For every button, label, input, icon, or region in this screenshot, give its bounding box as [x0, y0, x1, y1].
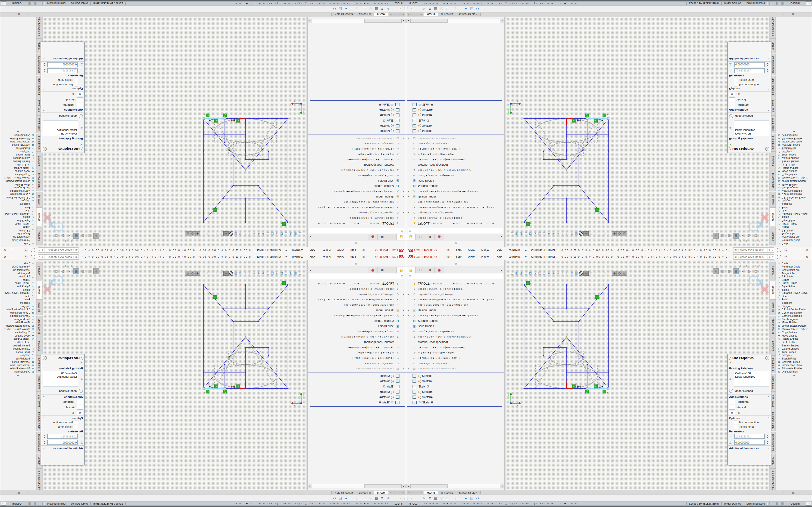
- tool-partial-ellipse[interactable]: ◠Partial Ellipse: [776, 282, 812, 285]
- freeze-bar[interactable]: [308, 134, 406, 135]
- tab-3d-views[interactable]: 3D Views: [356, 491, 374, 495]
- tree-row-origin[interactable]: ∟○ИИƆƆʅ◎○ ⊙ ○◎ʅƆƆИИ○: [308, 361, 406, 366]
- filter-icon[interactable]: ▽: [368, 495, 373, 501]
- tool-trim-entities[interactable]: ✂Trim Entities: [776, 153, 812, 157]
- tool-extend-entities[interactable]: ⊢Extend Entities: [0, 157, 36, 160]
- tool-convert-entities[interactable]: ⊠Convert Entities: [0, 144, 36, 147]
- tool-trim-entities[interactable]: ✂Trim Entities: [0, 350, 36, 354]
- tree-row[interactable]: ∞○Ƨ5•Ո✱ʅАʍ○ ⊙ ○ʍАʅ✱Ո•Ƨ5○: [308, 173, 406, 178]
- relations-listbox[interactable]: Collinear108 Equal length109: [43, 371, 78, 387]
- expand-chevron-icon[interactable]: ⌄: [767, 447, 769, 450]
- tree-row[interactable]: Σ○Ƨ5ИИ◎⊙✚АՈªЗЄ○ ⊙ ○ЗЄªՈА✚⊙◎ИИƧ5○: [406, 334, 504, 339]
- world-clock-icon[interactable]: ◕: [343, 6, 349, 12]
- section-parameters[interactable]: Parameters ⌃: [728, 74, 771, 78]
- search-dropdown-icon[interactable]: ▾: [771, 249, 774, 251]
- selected-endpoint[interactable]: [607, 118, 609, 119]
- corner-ruler-icon[interactable]: ∟: [362, 6, 368, 12]
- box-face-icon[interactable]: ◫: [524, 232, 528, 236]
- tree-row[interactable]: Σ○Ƨ5ИИ◎⊙✚АՈªЗЄ○ ⊙ ○ЗЄªՈА✚⊙◎ИИƧ5○: [406, 168, 504, 173]
- view-settings-icon[interactable]: ◉: [713, 269, 719, 274]
- child-close-icon[interactable]: ✕: [51, 264, 54, 268]
- child-restore-icon[interactable]: ▢: [56, 264, 59, 268]
- view-settings-icon[interactable]: ◉: [93, 269, 99, 274]
- tool-scale-entities[interactable]: ◹Scale Entities: [776, 340, 812, 344]
- flyout-collapse-icon[interactable]: ≫: [0, 374, 36, 377]
- disabled-tool-icon[interactable]: ⊕: [219, 232, 223, 236]
- tree-row-design-binder[interactable]: ▸▤Design Binder: [406, 194, 504, 200]
- angle-spinner[interactable]: ▴▾: [43, 440, 46, 445]
- tree-row-sketch4[interactable]: (-) Sketch4: [308, 107, 406, 113]
- ok-check-icon[interactable]: ✔: [728, 360, 771, 366]
- menu-file[interactable]: File: [359, 255, 370, 259]
- child-restore-icon[interactable]: ▢: [753, 264, 756, 268]
- tree-filter-input[interactable]: ▽: [309, 228, 404, 233]
- view-orientation-cube-icon[interactable]: ◻: [54, 269, 59, 274]
- section-parameters[interactable]: Parameters ⌃: [41, 429, 84, 433]
- tree-row-material[interactable]: ≡Material <not specified>: [308, 162, 406, 168]
- new-doc-icon[interactable]: ▢: [298, 271, 302, 275]
- tree-row-plane[interactable]: ▱○✚ϜƆƆʅ○ ✱◉[○ ⊙ ○]◉✱ ○ʅƆƆϜ✚○: [406, 355, 504, 361]
- eye-tool-icon[interactable]: ◉: [195, 231, 200, 236]
- menu-window[interactable]: Window: [289, 248, 306, 252]
- solid-cube-icon[interactable]: ◆: [261, 271, 265, 275]
- tool-convert-entities[interactable]: ⊠Convert Entities: [776, 144, 812, 147]
- tree-row-part[interactable]: ◆TЯPDL2.⊙ ЗЄ ⊙ Ш ⊙ ⊙ ⊙ ✚ ⊙ ƆС ⊙ ЗЄ ⊙ • ⊙…: [308, 281, 406, 286]
- selected-endpoint[interactable]: [203, 388, 205, 389]
- relation-item[interactable]: Equal length109: [44, 129, 77, 132]
- grid-visibility-icon[interactable]: ▦: [720, 233, 725, 238]
- tree-row-material[interactable]: ≡Material <not specified>: [406, 162, 504, 168]
- menu-view[interactable]: View: [334, 255, 347, 259]
- tree-row[interactable]: ◔○Ƨ5ʅ◎Ƨ5ИИЗЄƧ5○ ⊙ ○Ƨ5ЗЄИИƧ5◎ʅƧ5○: [406, 302, 504, 307]
- freeze-bar[interactable]: [406, 372, 504, 373]
- add-relation-fix[interactable]: ⚓ Fix: [41, 410, 84, 415]
- section-parameters[interactable]: Parameters ⌃: [41, 74, 84, 78]
- new-doc-icon[interactable]: ▢: [510, 232, 514, 236]
- tree-row-sketch2[interactable]: (-) Sketch2: [308, 123, 406, 128]
- tree-row-sketch4[interactable]: (-) Sketch4: [406, 107, 504, 113]
- tree-row-sketch5[interactable]: (-) Sketch5: [406, 389, 504, 394]
- checkbox[interactable]: [75, 420, 78, 424]
- scroll-left-icon[interactable]: ◂: [401, 484, 406, 489]
- rollback-bar[interactable]: [407, 100, 502, 101]
- save-icon[interactable]: ▨: [574, 271, 578, 275]
- tool-center-rectangle[interactable]: ▣Center Rectangle: [776, 311, 812, 314]
- eye-tool-icon[interactable]: ◻: [185, 271, 190, 276]
- tool-linear-sketch-pattern[interactable]: ⊞Linear Sketch Pattern: [0, 180, 36, 183]
- units-custom-dropdown[interactable]: Custom ▴: [787, 502, 806, 505]
- tree-row-annotations[interactable]: ▸A○Ƨ5ИИ◎⊙✚А✚◎ИИА○ ⊙ ○АИИ◎✚А✚⊙◎ИИƧ5○: [308, 189, 406, 194]
- angle-input[interactable]: [734, 440, 765, 445]
- save-icon[interactable]: ▨: [234, 232, 238, 236]
- line-weights-icon[interactable]: ≡: [427, 495, 433, 501]
- zebra-stripes-icon[interactable]: [229, 271, 233, 276]
- close-button[interactable]: ✕: [2, 255, 8, 259]
- tree-row-plane[interactable]: ▱○•◎✚○ ✱◉[○ ⊙ ○]◉✱ ○✚◎•○: [308, 350, 406, 355]
- tool-equation-driven-curve[interactable]: ƒEquation Driven Curve: [0, 213, 36, 216]
- add-relation-fix[interactable]: ⚓ Fix: [728, 410, 771, 415]
- zebra-stripes-icon[interactable]: [229, 231, 233, 236]
- tab-evaluate[interactable]: Evaluate: [36, 338, 43, 355]
- tool-rotate-entities[interactable]: ↻Rotate Entities: [0, 167, 36, 170]
- grid-visibility-icon[interactable]: ▦: [87, 233, 92, 238]
- tool-polygon[interactable]: ◇Polygon: [776, 304, 812, 308]
- section-view-icon[interactable]: ▣: [73, 233, 79, 238]
- first-tab-icon[interactable]: «: [401, 12, 405, 16]
- tool-point[interactable]: ▪Point: [0, 298, 36, 301]
- tree-row[interactable]: ◔○Ƨ5✚ЗЄƧ5○ИИ◎⊙✚ƆСЗЄՈЗЄƧ5○ ⊙ ○Ƨ5ЗЄՈЗЄСƆ✚⊙…: [308, 297, 406, 302]
- tree-row-sketch3[interactable]: Sketch3: [406, 384, 504, 389]
- child-close-icon[interactable]: ✕: [758, 239, 761, 243]
- units-custom-dropdown[interactable]: Custom ▴: [6, 502, 25, 505]
- undo-icon[interactable]: ↩: [584, 271, 589, 276]
- box-face-icon[interactable]: ◩: [528, 271, 532, 275]
- tab-configurationmanager[interactable]: ⊕: [377, 267, 387, 273]
- eye-tool-icon[interactable]: ◉: [195, 271, 200, 276]
- tool-rotate-entities[interactable]: ↻Rotate Entities: [776, 337, 812, 341]
- length-input[interactable]: [47, 68, 78, 73]
- tree-row-sketch4[interactable]: (-) Sketch4: [406, 394, 504, 400]
- tree-row[interactable]: ◔○Ƨ5ʅ◎Ƨ5ИИЗЄƧ5○ ⊙ ○Ƨ5ЗЄИИƧ5◎ʅƧ5○: [406, 200, 504, 205]
- tool-partial-ellipse[interactable]: ◠Partial Ellipse: [0, 222, 36, 226]
- tool-fit-spline[interactable]: ∫Fit Spline: [776, 354, 812, 357]
- solid-cube-icon[interactable]: ●: [252, 232, 256, 236]
- tree-row-sketch3[interactable]: Sketch3: [406, 118, 504, 123]
- graphics-viewport[interactable]: ▫3 ▫3 ╱ ▫3 ≡109 ≡109 y: [506, 17, 769, 247]
- corner-ruler-icon[interactable]: ∟: [444, 495, 450, 501]
